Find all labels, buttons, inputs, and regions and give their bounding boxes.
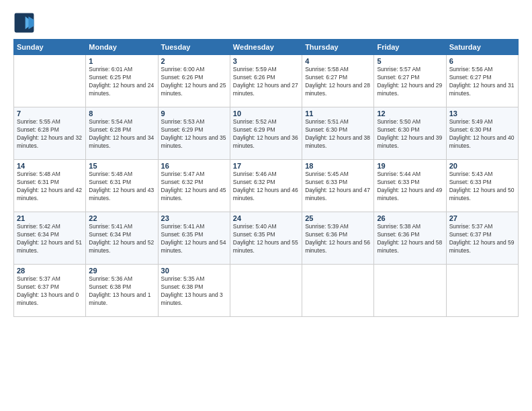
calendar-day-cell: 12Sunrise: 5:50 AMSunset: 6:30 PMDayligh… xyxy=(374,107,446,160)
weekday-header: Saturday xyxy=(446,40,518,55)
day-number: 19 xyxy=(377,162,443,170)
day-number: 13 xyxy=(449,109,515,118)
day-number: 23 xyxy=(161,214,227,222)
day-number: 17 xyxy=(233,162,299,170)
calendar-day-cell: 29Sunrise: 5:36 AMSunset: 6:38 PMDayligh… xyxy=(86,265,158,317)
calendar-day-cell: 1Sunrise: 6:01 AMSunset: 6:25 PMDaylight… xyxy=(86,55,158,107)
day-number: 18 xyxy=(305,162,371,170)
calendar-week-row: 21Sunrise: 5:42 AMSunset: 6:34 PMDayligh… xyxy=(14,212,519,265)
weekday-header: Tuesday xyxy=(158,40,230,55)
day-info: Sunrise: 5:51 AMSunset: 6:30 PMDaylight:… xyxy=(305,118,371,150)
day-info: Sunrise: 5:52 AMSunset: 6:29 PMDaylight:… xyxy=(233,118,299,150)
day-number: 20 xyxy=(449,162,515,170)
calendar-day-cell: 11Sunrise: 5:51 AMSunset: 6:30 PMDayligh… xyxy=(302,107,374,160)
day-number: 9 xyxy=(161,109,227,118)
day-info: Sunrise: 5:44 AMSunset: 6:33 PMDaylight:… xyxy=(377,171,443,203)
calendar-day-cell: 24Sunrise: 5:40 AMSunset: 6:35 PMDayligh… xyxy=(230,212,302,265)
day-info: Sunrise: 5:57 AMSunset: 6:27 PMDaylight:… xyxy=(377,66,443,98)
calendar-day-cell: 13Sunrise: 5:49 AMSunset: 6:30 PMDayligh… xyxy=(446,107,518,160)
day-info: Sunrise: 6:01 AMSunset: 6:25 PMDaylight:… xyxy=(89,66,154,98)
calendar-day-cell: 15Sunrise: 5:48 AMSunset: 6:31 PMDayligh… xyxy=(86,160,158,212)
calendar-day-cell xyxy=(14,55,86,107)
day-number: 27 xyxy=(449,214,515,222)
calendar-day-cell: 3Sunrise: 5:59 AMSunset: 6:26 PMDaylight… xyxy=(230,55,302,107)
weekday-header: Thursday xyxy=(302,40,374,55)
calendar-day-cell: 28Sunrise: 5:37 AMSunset: 6:37 PMDayligh… xyxy=(14,265,86,317)
day-info: Sunrise: 5:59 AMSunset: 6:26 PMDaylight:… xyxy=(233,66,299,98)
calendar-day-cell: 20Sunrise: 5:43 AMSunset: 6:33 PMDayligh… xyxy=(446,160,518,212)
day-number: 14 xyxy=(17,162,83,170)
logo xyxy=(13,12,38,34)
calendar-day-cell xyxy=(230,265,302,317)
day-info: Sunrise: 5:48 AMSunset: 6:31 PMDaylight:… xyxy=(89,171,154,203)
day-info: Sunrise: 5:41 AMSunset: 6:35 PMDaylight:… xyxy=(161,223,227,255)
weekday-header: Friday xyxy=(374,40,446,55)
day-info: Sunrise: 5:46 AMSunset: 6:32 PMDaylight:… xyxy=(233,171,299,203)
day-number: 10 xyxy=(233,109,299,118)
day-number: 5 xyxy=(377,57,443,65)
page: SundayMondayTuesdayWednesdayThursdayFrid… xyxy=(0,0,532,411)
header xyxy=(13,12,519,34)
calendar-day-cell: 4Sunrise: 5:58 AMSunset: 6:27 PMDaylight… xyxy=(302,55,374,107)
logo-icon xyxy=(13,12,35,34)
day-number: 21 xyxy=(17,214,83,222)
calendar-day-cell: 5Sunrise: 5:57 AMSunset: 6:27 PMDaylight… xyxy=(374,55,446,107)
day-info: Sunrise: 5:53 AMSunset: 6:29 PMDaylight:… xyxy=(161,118,227,150)
day-info: Sunrise: 5:39 AMSunset: 6:36 PMDaylight:… xyxy=(305,223,371,255)
day-info: Sunrise: 5:43 AMSunset: 6:33 PMDaylight:… xyxy=(449,171,515,203)
calendar-day-cell: 30Sunrise: 5:35 AMSunset: 6:38 PMDayligh… xyxy=(158,265,230,317)
day-number: 24 xyxy=(233,214,299,222)
calendar-day-cell: 2Sunrise: 6:00 AMSunset: 6:26 PMDaylight… xyxy=(158,55,230,107)
day-info: Sunrise: 5:36 AMSunset: 6:38 PMDaylight:… xyxy=(89,275,154,308)
day-number: 29 xyxy=(89,267,154,275)
calendar-day-cell xyxy=(446,265,518,317)
day-number: 16 xyxy=(161,162,227,170)
calendar-day-cell: 23Sunrise: 5:41 AMSunset: 6:35 PMDayligh… xyxy=(158,212,230,265)
day-number: 1 xyxy=(89,57,154,65)
weekday-header: Monday xyxy=(86,40,158,55)
day-number: 11 xyxy=(305,109,371,118)
day-info: Sunrise: 5:45 AMSunset: 6:33 PMDaylight:… xyxy=(305,171,371,203)
day-info: Sunrise: 5:56 AMSunset: 6:27 PMDaylight:… xyxy=(449,66,515,98)
calendar-day-cell: 22Sunrise: 5:41 AMSunset: 6:34 PMDayligh… xyxy=(86,212,158,265)
day-info: Sunrise: 5:35 AMSunset: 6:38 PMDaylight:… xyxy=(161,275,227,308)
day-info: Sunrise: 5:47 AMSunset: 6:32 PMDaylight:… xyxy=(161,171,227,203)
calendar-day-cell: 27Sunrise: 5:37 AMSunset: 6:37 PMDayligh… xyxy=(446,212,518,265)
calendar-day-cell: 19Sunrise: 5:44 AMSunset: 6:33 PMDayligh… xyxy=(374,160,446,212)
calendar-day-cell: 14Sunrise: 5:48 AMSunset: 6:31 PMDayligh… xyxy=(14,160,86,212)
day-info: Sunrise: 5:54 AMSunset: 6:28 PMDaylight:… xyxy=(89,118,154,150)
calendar-day-cell: 17Sunrise: 5:46 AMSunset: 6:32 PMDayligh… xyxy=(230,160,302,212)
calendar-week-row: 7Sunrise: 5:55 AMSunset: 6:28 PMDaylight… xyxy=(14,107,519,160)
calendar-day-cell: 7Sunrise: 5:55 AMSunset: 6:28 PMDaylight… xyxy=(14,107,86,160)
calendar-day-cell: 18Sunrise: 5:45 AMSunset: 6:33 PMDayligh… xyxy=(302,160,374,212)
day-number: 6 xyxy=(449,57,515,65)
day-info: Sunrise: 5:41 AMSunset: 6:34 PMDaylight:… xyxy=(89,223,154,255)
day-number: 7 xyxy=(17,109,83,118)
calendar-day-cell: 16Sunrise: 5:47 AMSunset: 6:32 PMDayligh… xyxy=(158,160,230,212)
day-info: Sunrise: 5:55 AMSunset: 6:28 PMDaylight:… xyxy=(17,118,83,150)
calendar-header-row: SundayMondayTuesdayWednesdayThursdayFrid… xyxy=(14,40,519,55)
day-info: Sunrise: 5:49 AMSunset: 6:30 PMDaylight:… xyxy=(449,118,515,150)
calendar-week-row: 1Sunrise: 6:01 AMSunset: 6:25 PMDaylight… xyxy=(14,55,519,107)
day-info: Sunrise: 5:58 AMSunset: 6:27 PMDaylight:… xyxy=(305,66,371,98)
day-number: 12 xyxy=(377,109,443,118)
day-number: 15 xyxy=(89,162,154,170)
calendar-week-row: 28Sunrise: 5:37 AMSunset: 6:37 PMDayligh… xyxy=(14,265,519,317)
day-number: 8 xyxy=(89,109,154,118)
calendar-day-cell: 25Sunrise: 5:39 AMSunset: 6:36 PMDayligh… xyxy=(302,212,374,265)
calendar-day-cell xyxy=(374,265,446,317)
day-number: 22 xyxy=(89,214,154,222)
day-number: 3 xyxy=(233,57,299,65)
calendar-day-cell: 21Sunrise: 5:42 AMSunset: 6:34 PMDayligh… xyxy=(14,212,86,265)
calendar-week-row: 14Sunrise: 5:48 AMSunset: 6:31 PMDayligh… xyxy=(14,160,519,212)
day-info: Sunrise: 5:40 AMSunset: 6:35 PMDaylight:… xyxy=(233,223,299,255)
day-info: Sunrise: 5:37 AMSunset: 6:37 PMDaylight:… xyxy=(17,275,83,308)
calendar-day-cell: 9Sunrise: 5:53 AMSunset: 6:29 PMDaylight… xyxy=(158,107,230,160)
day-info: Sunrise: 5:37 AMSunset: 6:37 PMDaylight:… xyxy=(449,223,515,255)
calendar-day-cell xyxy=(302,265,374,317)
day-number: 4 xyxy=(305,57,371,65)
day-number: 25 xyxy=(305,214,371,222)
day-number: 26 xyxy=(377,214,443,222)
day-number: 2 xyxy=(161,57,227,65)
calendar-day-cell: 8Sunrise: 5:54 AMSunset: 6:28 PMDaylight… xyxy=(86,107,158,160)
